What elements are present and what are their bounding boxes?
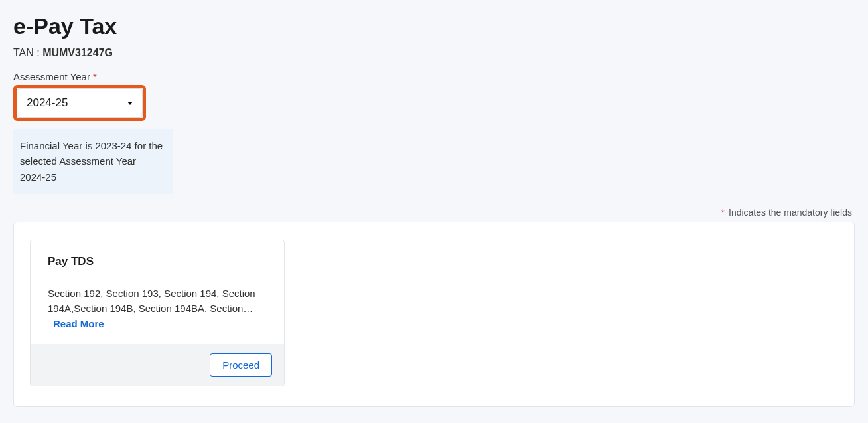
card-footer: Proceed	[31, 344, 284, 386]
chevron-down-icon	[127, 102, 133, 105]
assessment-year-label: Assessment Year*	[13, 71, 855, 82]
mandatory-note-text: Indicates the mandatory fields	[729, 207, 852, 218]
card-desc-text: Section 192, Section 193, Section 194, S…	[48, 288, 255, 314]
page-title: e-Pay Tax	[13, 13, 855, 39]
proceed-button[interactable]: Proceed	[210, 353, 272, 377]
assessment-year-selected-value: 2024-25	[27, 96, 68, 110]
options-panel: Pay TDS Section 192, Section 193, Sectio…	[13, 222, 855, 407]
tan-value: MUMV31247G	[42, 47, 113, 58]
required-star-icon: *	[93, 71, 97, 82]
required-star-icon: *	[721, 207, 725, 218]
mandatory-fields-note: *Indicates the mandatory fields	[13, 207, 855, 218]
financial-year-info: Financial Year is 2023-24 for the select…	[13, 129, 173, 194]
tan-label: TAN :	[13, 47, 42, 58]
card-body: Pay TDS Section 192, Section 193, Sectio…	[31, 240, 284, 344]
card-description: Section 192, Section 193, Section 194, S…	[48, 286, 267, 332]
assessment-year-select[interactable]: 2024-25	[17, 88, 143, 118]
tan-line: TAN : MUMV31247G	[13, 47, 855, 59]
card-title: Pay TDS	[48, 255, 267, 268]
assessment-year-label-text: Assessment Year	[13, 71, 90, 82]
pay-tds-card: Pay TDS Section 192, Section 193, Sectio…	[30, 240, 285, 386]
assessment-year-highlight: 2024-25	[13, 85, 146, 121]
read-more-link[interactable]: Read More	[53, 318, 104, 329]
